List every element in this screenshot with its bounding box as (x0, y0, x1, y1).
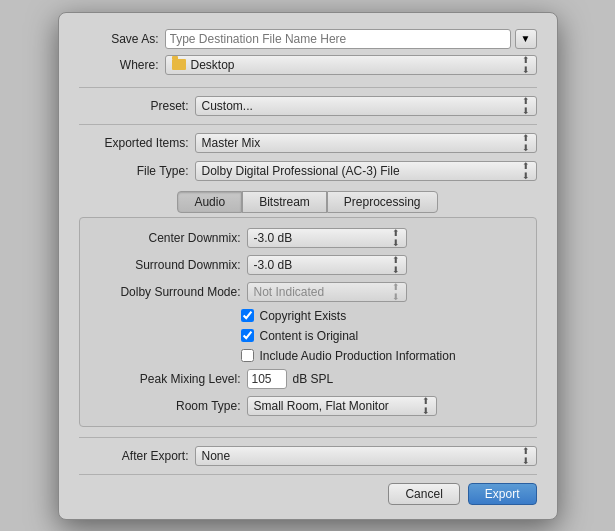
save-as-arrow-icon: ▼ (521, 33, 531, 44)
separator-3 (79, 437, 537, 438)
surround-downmix-arrow-icon: ⬆⬇ (392, 255, 400, 275)
room-type-arrow-icon: ⬆⬇ (422, 396, 430, 416)
file-type-dropdown[interactable]: Dolby Digital Professional (AC-3) File ⬆… (195, 161, 537, 181)
center-downmix-dropdown[interactable]: -3.0 dB ⬆⬇ (247, 228, 407, 248)
content-original-label: Content is Original (260, 329, 359, 343)
save-as-row: Save As: ▼ (79, 29, 537, 49)
export-dialog: Save As: ▼ Where: Desktop ⬆⬇ Preset: Cus… (58, 12, 558, 520)
content-original-row: Content is Original (96, 329, 520, 343)
after-export-dropdown[interactable]: None ⬆⬇ (195, 446, 537, 466)
peak-mixing-row: Peak Mixing Level: dB SPL (96, 369, 520, 389)
copyright-exists-row: Copyright Exists (96, 309, 520, 323)
center-downmix-arrow-icon: ⬆⬇ (392, 228, 400, 248)
tab-preprocessing[interactable]: Preprocessing (327, 191, 438, 213)
file-type-row: File Type: Dolby Digital Professional (A… (79, 161, 537, 181)
preset-dropdown[interactable]: Custom... ⬆⬇ (195, 96, 537, 116)
exported-items-dropdown[interactable]: Master Mix ⬆⬇ (195, 133, 537, 153)
dolby-surround-mode-label: Dolby Surround Mode: (96, 285, 241, 299)
dolby-surround-mode-dropdown[interactable]: Not Indicated ⬆⬇ (247, 282, 407, 302)
separator-4 (79, 474, 537, 475)
audio-panel: Center Downmix: -3.0 dB ⬆⬇ Surround Down… (79, 217, 537, 427)
peak-mixing-input[interactable] (247, 369, 287, 389)
peak-mixing-label: Peak Mixing Level: (96, 372, 241, 386)
preset-label: Preset: (79, 99, 189, 113)
center-downmix-row: Center Downmix: -3.0 dB ⬆⬇ (96, 228, 520, 248)
folder-icon (172, 59, 186, 70)
exported-items-value: Master Mix (202, 136, 261, 150)
separator-2 (79, 124, 537, 125)
export-button[interactable]: Export (468, 483, 537, 505)
content-original-checkbox[interactable] (241, 329, 254, 342)
exported-items-row: Exported Items: Master Mix ⬆⬇ (79, 133, 537, 153)
where-row: Where: Desktop ⬆⬇ (79, 55, 537, 75)
buttons-row: Cancel Export (79, 483, 537, 505)
where-arrow-icon: ⬆⬇ (522, 55, 530, 75)
preset-value: Custom... (202, 99, 253, 113)
where-dropdown[interactable]: Desktop ⬆⬇ (165, 55, 537, 75)
dolby-surround-mode-row: Dolby Surround Mode: Not Indicated ⬆⬇ (96, 282, 520, 302)
room-type-label: Room Type: (96, 399, 241, 413)
copyright-exists-label: Copyright Exists (260, 309, 347, 323)
separator-1 (79, 87, 537, 88)
file-type-label: File Type: (79, 164, 189, 178)
file-type-value: Dolby Digital Professional (AC-3) File (202, 164, 400, 178)
after-export-label: After Export: (79, 449, 189, 463)
surround-downmix-label: Surround Downmix: (96, 258, 241, 272)
where-label: Where: (79, 58, 159, 72)
peak-mixing-unit: dB SPL (293, 372, 334, 386)
after-export-value: None (202, 449, 231, 463)
cancel-button[interactable]: Cancel (388, 483, 459, 505)
dolby-surround-mode-value: Not Indicated (254, 285, 325, 299)
dolby-surround-mode-arrow-icon: ⬆⬇ (392, 282, 400, 302)
file-type-arrow-icon: ⬆⬇ (522, 161, 530, 181)
where-value: Desktop (191, 58, 235, 72)
room-type-dropdown[interactable]: Small Room, Flat Monitor ⬆⬇ (247, 396, 437, 416)
center-downmix-label: Center Downmix: (96, 231, 241, 245)
include-audio-checkbox[interactable] (241, 349, 254, 362)
tab-bitstream[interactable]: Bitstream (242, 191, 327, 213)
save-as-input[interactable] (165, 29, 511, 49)
surround-downmix-dropdown[interactable]: -3.0 dB ⬆⬇ (247, 255, 407, 275)
tabs-row: Audio Bitstream Preprocessing (79, 191, 537, 213)
room-type-value: Small Room, Flat Monitor (254, 399, 389, 413)
include-audio-row: Include Audio Production Information (96, 349, 520, 363)
copyright-exists-checkbox[interactable] (241, 309, 254, 322)
include-audio-label: Include Audio Production Information (260, 349, 456, 363)
center-downmix-value: -3.0 dB (254, 231, 293, 245)
tab-audio[interactable]: Audio (177, 191, 242, 213)
preset-row: Preset: Custom... ⬆⬇ (79, 96, 537, 116)
save-as-arrow-button[interactable]: ▼ (515, 29, 537, 49)
after-export-row: After Export: None ⬆⬇ (79, 446, 537, 466)
surround-downmix-value: -3.0 dB (254, 258, 293, 272)
room-type-row: Room Type: Small Room, Flat Monitor ⬆⬇ (96, 396, 520, 416)
preset-arrow-icon: ⬆⬇ (522, 96, 530, 116)
exported-items-arrow-icon: ⬆⬇ (522, 133, 530, 153)
save-as-label: Save As: (79, 32, 159, 46)
exported-items-label: Exported Items: (79, 136, 189, 150)
surround-downmix-row: Surround Downmix: -3.0 dB ⬆⬇ (96, 255, 520, 275)
after-export-arrow-icon: ⬆⬇ (522, 446, 530, 466)
